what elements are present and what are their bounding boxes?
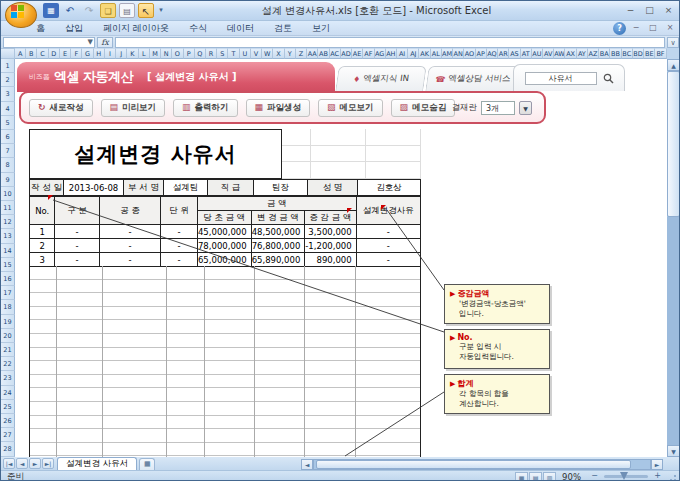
column-header[interactable]: AV xyxy=(543,48,554,59)
write-date-value[interactable]: 2013-06-08 xyxy=(64,180,124,195)
zoom-out-button[interactable]: − xyxy=(589,471,600,481)
column-header[interactable]: AI xyxy=(397,48,408,59)
row-header[interactable]: 10 xyxy=(1,187,15,201)
insert-worksheet-icon[interactable]: ▦ xyxy=(139,458,155,470)
column-header[interactable]: B xyxy=(26,48,37,59)
column-header[interactable]: AN xyxy=(453,48,464,59)
column-header[interactable]: X xyxy=(273,48,284,59)
next-sheet-button[interactable]: ► xyxy=(29,458,41,469)
column-header[interactable]: J xyxy=(116,48,127,59)
show-memo-button[interactable]: ▧메모보기 xyxy=(318,99,383,117)
column-header[interactable]: C xyxy=(37,48,48,59)
row-header[interactable]: 3 xyxy=(1,87,15,101)
column-header[interactable]: AO xyxy=(464,48,475,59)
column-header[interactable]: D xyxy=(49,48,60,59)
column-header[interactable]: F xyxy=(71,48,82,59)
column-header[interactable]: AK xyxy=(419,48,430,59)
formula-input[interactable] xyxy=(115,37,665,48)
column-header[interactable]: AR xyxy=(498,48,509,59)
hide-memo-button[interactable]: ▨메모숨김 xyxy=(391,99,456,117)
ribbon-tab[interactable]: 페이지 레이아웃 xyxy=(94,21,178,36)
help-button[interactable]: ? xyxy=(613,22,626,35)
sheet-area[interactable]: 비즈폼 엑셀 자동계산 [ 설계변경 사유서 ] ♦ 엑셀지식 IN ☎ 엑셀상… xyxy=(15,59,667,457)
print-button[interactable]: ▥출력하기 xyxy=(173,99,238,117)
open-icon[interactable]: ❏ xyxy=(100,3,116,18)
column-header[interactable]: M xyxy=(150,48,161,59)
column-header[interactable]: AU xyxy=(532,48,543,59)
horizontal-scrollbar[interactable]: ◄ ► xyxy=(301,459,663,470)
row-header[interactable]: 27 xyxy=(1,428,15,442)
ribbon-tab[interactable]: 수식 xyxy=(180,21,216,36)
row-header[interactable]: 26 xyxy=(1,414,15,428)
customize-qat-icon[interactable]: ▾ xyxy=(157,3,165,18)
row-header[interactable]: 4 xyxy=(1,102,15,116)
column-header[interactable]: AE xyxy=(352,48,363,59)
row-header[interactable]: 17 xyxy=(1,286,15,300)
minimize-button[interactable]: − xyxy=(622,4,639,17)
row-header[interactable]: 20 xyxy=(1,329,15,343)
column-header[interactable]: AY xyxy=(577,48,588,59)
workbook-close-button[interactable]: × xyxy=(663,23,677,34)
approval-select[interactable]: 3개 xyxy=(481,101,515,115)
ribbon-tab[interactable]: 검토 xyxy=(265,21,301,36)
page-break-view-icon[interactable]: ▥ xyxy=(543,472,556,481)
approval-dropdown-icon[interactable]: ▼ xyxy=(519,101,532,115)
scroll-left-icon[interactable]: ◄ xyxy=(301,459,313,470)
close-button[interactable]: × xyxy=(660,4,677,17)
row-header[interactable]: 12 xyxy=(1,215,15,229)
normal-view-icon[interactable]: ▦ xyxy=(515,472,528,481)
row-header[interactable]: 24 xyxy=(1,386,15,400)
column-header[interactable]: AB xyxy=(318,48,329,59)
column-header[interactable]: H xyxy=(94,48,105,59)
formula-bar-expand-button[interactable]: ∨ xyxy=(667,37,679,48)
table-row[interactable]: 3 - - - 65,000,000 65,890,000 890,000 - xyxy=(30,253,421,267)
column-header[interactable]: U xyxy=(240,48,251,59)
zoom-slider-thumb[interactable] xyxy=(620,472,628,480)
row-header[interactable]: 16 xyxy=(1,272,15,286)
row-header[interactable]: 23 xyxy=(1,371,15,385)
scroll-up-icon[interactable]: ▲ xyxy=(667,59,680,71)
column-header[interactable]: AM xyxy=(442,48,453,59)
column-header[interactable]: BE xyxy=(644,48,655,59)
column-header[interactable]: K xyxy=(127,48,138,59)
row-header[interactable]: 25 xyxy=(1,400,15,414)
comment-marker-diff[interactable] xyxy=(381,205,386,210)
row-header[interactable]: 11 xyxy=(1,201,15,215)
column-header[interactable]: L xyxy=(139,48,150,59)
ribbon-tab[interactable]: 삽입 xyxy=(56,21,92,36)
column-header[interactable]: AL xyxy=(431,48,442,59)
last-sheet-button[interactable]: ►| xyxy=(42,458,54,469)
column-header[interactable]: G xyxy=(82,48,93,59)
empty-table-rows[interactable] xyxy=(29,266,421,457)
comment-marker-no[interactable] xyxy=(48,195,53,200)
insert-function-icon[interactable]: fx xyxy=(97,37,113,48)
row-header[interactable]: 21 xyxy=(1,343,15,357)
workbook-minimize-button[interactable]: − xyxy=(629,23,643,34)
column-header[interactable]: V xyxy=(251,48,262,59)
department-value[interactable]: 설계팀 xyxy=(164,180,208,195)
scroll-down-icon[interactable]: ▼ xyxy=(667,445,680,457)
create-file-button[interactable]: ▦파일생성 xyxy=(246,99,311,117)
column-header[interactable]: AD xyxy=(341,48,352,59)
new-document-button[interactable]: ↻새로작성 xyxy=(29,99,93,117)
redo-icon[interactable]: ↷ xyxy=(81,3,97,18)
zoom-in-button[interactable]: + xyxy=(652,471,663,481)
page-layout-view-icon[interactable]: ▤ xyxy=(529,472,542,481)
name-box[interactable]: ▼ xyxy=(3,37,95,48)
undo-icon[interactable]: ↶ xyxy=(62,3,78,18)
column-header[interactable]: P xyxy=(184,48,195,59)
column-header[interactable]: AZ xyxy=(588,48,599,59)
column-header[interactable]: A xyxy=(15,48,26,59)
column-header[interactable]: AG xyxy=(375,48,386,59)
row-header[interactable]: 28 xyxy=(1,442,15,456)
print-preview-icon[interactable]: ▤ xyxy=(119,3,135,18)
column-header[interactable]: AQ xyxy=(487,48,498,59)
column-header[interactable]: W xyxy=(262,48,273,59)
search-input[interactable] xyxy=(525,72,597,85)
scroll-right-icon[interactable]: ► xyxy=(651,459,663,470)
column-header[interactable]: BA xyxy=(599,48,610,59)
first-sheet-button[interactable]: |◄ xyxy=(3,458,15,469)
column-header[interactable]: N xyxy=(161,48,172,59)
column-header[interactable]: AX xyxy=(565,48,576,59)
row-header[interactable]: 15 xyxy=(1,258,15,272)
